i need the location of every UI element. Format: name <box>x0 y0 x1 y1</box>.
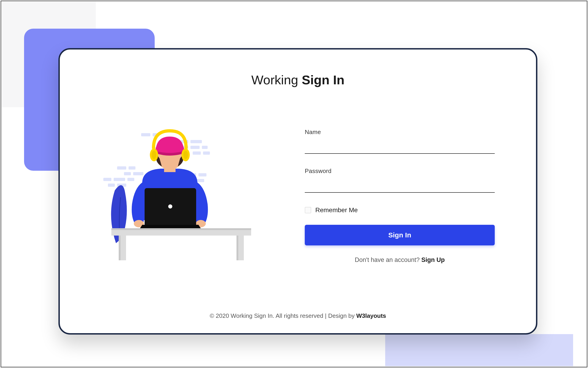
remember-label: Remember Me <box>315 206 358 214</box>
svg-rect-16 <box>108 184 115 187</box>
signup-row: Don't have an account? Sign Up <box>305 257 495 264</box>
illustration-column <box>87 120 277 261</box>
svg-rect-36 <box>111 228 251 230</box>
form-column: Name Password Remember Me Sign In Don't … <box>305 120 508 264</box>
signin-button[interactable]: Sign In <box>305 225 495 245</box>
remember-row: Remember Me <box>305 206 495 214</box>
name-field-group: Name <box>305 129 495 154</box>
svg-rect-9 <box>117 166 126 170</box>
footer-link[interactable]: W3layouts <box>356 312 386 319</box>
outer-frame: Working Sign In <box>1 1 587 367</box>
password-input[interactable] <box>305 182 495 193</box>
content-row: Name Password Remember Me Sign In Don't … <box>78 120 518 303</box>
svg-rect-12 <box>133 172 143 175</box>
purple-decor-block-bottom <box>385 334 573 366</box>
remember-checkbox[interactable] <box>305 207 311 213</box>
footer: © 2020 Working Sign In. All rights reser… <box>78 303 518 319</box>
name-input[interactable] <box>305 143 495 154</box>
svg-rect-14 <box>114 178 125 181</box>
svg-rect-5 <box>190 146 200 149</box>
footer-text: © 2020 Working Sign In. All rights reser… <box>210 312 356 319</box>
svg-rect-7 <box>193 151 201 155</box>
signin-card: Working Sign In <box>58 48 537 335</box>
svg-rect-6 <box>202 146 208 149</box>
svg-point-31 <box>183 151 188 159</box>
svg-point-34 <box>168 204 172 209</box>
signup-prompt: Don't have an account? <box>355 257 421 263</box>
svg-rect-0 <box>141 133 150 136</box>
svg-rect-13 <box>103 178 111 181</box>
page-title: Working Sign In <box>78 73 518 87</box>
working-person-illustration <box>102 124 263 261</box>
svg-rect-11 <box>124 172 131 175</box>
password-label: Password <box>305 167 495 175</box>
svg-rect-19 <box>198 173 206 176</box>
title-bold: Sign In <box>302 73 345 87</box>
svg-rect-3 <box>190 140 202 143</box>
svg-rect-10 <box>129 166 135 170</box>
svg-rect-39 <box>119 236 120 260</box>
svg-rect-15 <box>127 178 134 181</box>
svg-rect-20 <box>196 179 204 182</box>
name-label: Name <box>305 129 495 136</box>
svg-rect-8 <box>203 151 210 155</box>
title-prefix: Working <box>251 73 302 87</box>
signup-link[interactable]: Sign Up <box>421 257 445 263</box>
svg-rect-40 <box>237 236 238 260</box>
svg-point-30 <box>152 151 156 159</box>
password-field-group: Password <box>305 167 495 193</box>
